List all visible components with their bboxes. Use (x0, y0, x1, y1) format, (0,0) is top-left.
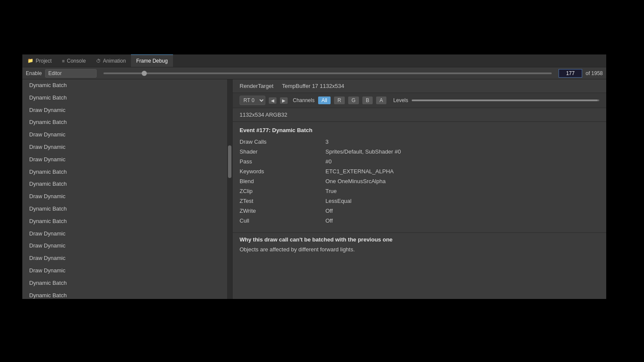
tab-animation[interactable]: ⏱ Animation (91, 54, 131, 67)
format-value: 1132x534 ARGB32 (240, 112, 287, 118)
frame-number-input[interactable]: 177 (559, 69, 582, 78)
property-value-blend: One OneMinusSrcAlpha (325, 178, 386, 184)
list-item[interactable]: Dynamic Batch (22, 290, 232, 299)
tab-animation-label: Animation (103, 58, 126, 64)
toolbar: Enable Editor 177 of 1958 (22, 67, 606, 79)
scrollbar[interactable] (227, 79, 232, 299)
scrollbar-thumb[interactable] (228, 145, 231, 178)
left-panel: Dynamic Batch Dynamic Batch Draw Dynamic… (22, 79, 233, 299)
tab-console-label: Console (67, 58, 86, 64)
animation-icon: ⏱ (96, 58, 101, 63)
rt-prev-button[interactable]: ◀ (269, 97, 276, 104)
list-item[interactable]: Draw Dynamic (22, 252, 232, 265)
property-name-zclip: ZClip (240, 188, 325, 194)
render-target-value: TempBuffer 17 1132x534 (282, 83, 344, 89)
render-target-label: RenderTarget (240, 83, 273, 89)
property-value-zclip: True (325, 188, 337, 194)
channel-a-button[interactable]: A (376, 97, 386, 104)
property-name-blend: Blend (240, 178, 325, 184)
property-value-draw-calls: 3 (325, 139, 328, 145)
tab-project[interactable]: 📁 Project (22, 54, 57, 67)
list-item[interactable]: Draw Dynamic (22, 154, 232, 166)
list-item[interactable]: Draw Dynamic (22, 104, 232, 117)
slider-thumb (142, 71, 147, 76)
list-item[interactable]: Draw Dynamic (22, 240, 232, 252)
tab-frame-debug[interactable]: Frame Debug (131, 54, 173, 67)
property-keywords: Keywords ETC1_EXTERNAL_ALPHA (240, 168, 599, 175)
property-zclip: ZClip True (240, 188, 599, 194)
tab-bar: 📁 Project ≡ Console ⏱ Animation Frame De… (22, 54, 606, 67)
list-item[interactable]: Dynamic Batch (22, 215, 232, 228)
event-list: Dynamic Batch Dynamic Batch Draw Dynamic… (22, 79, 232, 299)
property-ztest: ZTest LessEqual (240, 198, 599, 204)
event-title: Event #177: Dynamic Batch (240, 127, 599, 133)
list-item[interactable]: Dynamic Batch (22, 166, 232, 178)
render-target-header: RenderTarget TempBuffer 17 1132x534 (233, 79, 606, 93)
list-item[interactable]: Draw Dynamic (22, 265, 232, 277)
property-name-pass: Pass (240, 158, 325, 165)
property-pass: Pass #0 (240, 158, 599, 165)
property-name-draw-calls: Draw Calls (240, 139, 325, 145)
property-value-keywords: ETC1_EXTERNAL_ALPHA (325, 168, 394, 175)
editor-window: 📁 Project ≡ Console ⏱ Animation Frame De… (22, 54, 606, 299)
property-name-cull: Cull (240, 217, 325, 224)
list-item[interactable]: Dynamic Batch (22, 178, 232, 190)
channels-bar: RT 0 ◀ ▶ Channels All R G B A Levels (233, 93, 606, 108)
tab-project-label: Project (36, 58, 52, 64)
property-value-zwrite: Off (325, 208, 333, 214)
batch-reason-title: Why this draw call can't be batched with… (240, 236, 599, 243)
batch-reason-section: Why this draw call can't be batched with… (233, 232, 606, 258)
property-name-zwrite: ZWrite (240, 208, 325, 214)
levels-slider-fill (412, 100, 598, 101)
console-icon: ≡ (62, 58, 64, 63)
property-name-keywords: Keywords (240, 168, 325, 175)
right-panel: RenderTarget TempBuffer 17 1132x534 RT 0… (233, 79, 606, 299)
batch-reason-text: Objects are affected by different forwar… (240, 246, 599, 253)
levels-slider[interactable] (412, 100, 599, 101)
property-shader: Shader Sprites/Default, SubShader #0 (240, 148, 599, 155)
property-value-shader: Sprites/Default, SubShader #0 (325, 148, 401, 155)
event-section: Event #177: Dynamic Batch Draw Calls 3 S… (233, 122, 606, 232)
slider-track (103, 72, 552, 74)
property-value-ztest: LessEqual (325, 198, 352, 204)
list-item[interactable]: Dynamic Batch (22, 203, 232, 215)
property-value-pass: #0 (325, 158, 331, 165)
tab-frame-debug-label: Frame Debug (136, 58, 167, 64)
property-draw-calls: Draw Calls 3 (240, 139, 599, 145)
property-blend: Blend One OneMinusSrcAlpha (240, 178, 599, 184)
frame-slider[interactable] (103, 72, 552, 74)
list-container: Dynamic Batch Dynamic Batch Draw Dynamic… (22, 79, 232, 299)
list-item[interactable]: Draw Dynamic (22, 141, 232, 154)
property-name-shader: Shader (240, 148, 325, 155)
property-value-cull: Off (325, 217, 333, 224)
channel-all-button[interactable]: All (318, 97, 331, 104)
list-item[interactable]: Dynamic Batch (22, 92, 232, 104)
rt-select[interactable]: RT 0 (240, 96, 265, 105)
property-name-ztest: ZTest (240, 198, 325, 204)
property-cull: Cull Off (240, 217, 599, 224)
list-item[interactable]: Dynamic Batch (22, 79, 232, 92)
levels-label: Levels (393, 97, 408, 103)
format-line: 1132x534 ARGB32 (233, 108, 606, 122)
channel-b-button[interactable]: B (362, 97, 373, 104)
editor-select[interactable]: Editor (45, 69, 97, 78)
list-item[interactable]: Dynamic Batch (22, 277, 232, 290)
list-item[interactable]: Draw Dynamic (22, 190, 232, 203)
of-total-label: of 1958 (586, 70, 603, 76)
channel-r-button[interactable]: R (334, 97, 345, 104)
rt-next-button[interactable]: ▶ (280, 97, 288, 104)
channels-label: Channels (293, 97, 315, 103)
enable-label: Enable (26, 70, 42, 76)
main-content: Dynamic Batch Dynamic Batch Draw Dynamic… (22, 79, 606, 299)
property-zwrite: ZWrite Off (240, 208, 599, 214)
list-item[interactable]: Draw Dynamic (22, 129, 232, 141)
list-item[interactable]: Dynamic Batch (22, 116, 232, 129)
project-icon: 📁 (27, 58, 33, 63)
tab-console[interactable]: ≡ Console (57, 54, 91, 67)
channel-g-button[interactable]: G (348, 97, 359, 104)
list-item[interactable]: Draw Dynamic (22, 228, 232, 240)
